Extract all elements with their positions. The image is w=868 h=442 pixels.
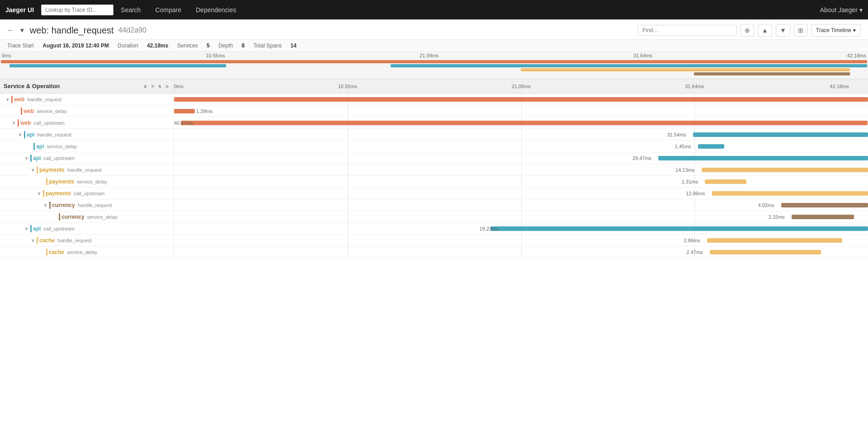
minimap-labels: 0ms 10.55ms 21.09ms 31.64ms 42.18ms <box>0 52 868 59</box>
span-bar <box>693 132 868 137</box>
timeline-divider <box>521 176 522 187</box>
nav-search[interactable]: Search <box>113 0 148 19</box>
tick-0ms: 0ms <box>174 84 184 89</box>
about-jaeger[interactable]: About Jaeger ▾ <box>820 6 863 14</box>
trace-start-label: Trace Start August 16, 2019 12:40 PM <box>7 42 110 49</box>
span-row[interactable]: currencyservice_delay2.15ms <box>0 211 868 223</box>
timeline-divider <box>521 188 522 199</box>
span-rows: ∨webhandle_requestwebservice_delay1.28ms… <box>0 94 868 258</box>
span-color-bar <box>43 190 44 197</box>
trace-meta: Trace Start August 16, 2019 12:40 PM Dur… <box>0 40 868 52</box>
span-row[interactable]: apiservice_delay1.45ms <box>0 141 868 152</box>
minimap-bar <box>659 68 850 71</box>
span-color-bar <box>46 178 47 185</box>
span-row[interactable]: paymentsservice_delay1.31ms <box>0 176 868 188</box>
duration-meta: Duration 42.18ms <box>118 42 170 49</box>
span-service-name: api <box>33 226 41 232</box>
span-duration-label: 2.15ms <box>769 214 785 220</box>
grid-button[interactable]: ⊞ <box>794 24 807 37</box>
collapse-all-button[interactable]: ∨ <box>142 82 149 90</box>
span-row[interactable]: ∨paymentscall_upstream12.06ms <box>0 188 868 199</box>
collapse-one-button[interactable]: ∧ <box>156 82 163 90</box>
find-input[interactable] <box>637 25 737 36</box>
minimap: 0ms 10.55ms 21.09ms 31.64ms 42.18ms <box>0 52 868 79</box>
span-label: cacheservice_delay <box>0 246 174 258</box>
span-toggle-button[interactable]: ∨ <box>30 167 35 172</box>
span-label: ∨webhandle_request <box>0 94 174 105</box>
span-row[interactable]: webservice_delay1.28ms <box>0 105 868 117</box>
span-timeline: 1.31ms <box>174 176 868 187</box>
nav-right: About Jaeger ▾ <box>820 6 863 14</box>
zoom-down-button[interactable]: ▼ <box>776 24 790 37</box>
span-duration-label: 12.06ms <box>686 191 705 196</box>
span-label: webservice_delay <box>0 105 174 117</box>
span-color-bar <box>37 237 38 244</box>
zoom-in-button[interactable]: ⊕ <box>741 24 754 37</box>
span-operation-name: call_upstream <box>43 155 74 161</box>
span-color-bar <box>11 96 13 103</box>
expand-all-button[interactable]: » <box>164 82 170 90</box>
span-row[interactable]: ∨apihandle_request31.54ms <box>0 129 868 141</box>
span-toggle-button[interactable]: ∨ <box>43 202 48 207</box>
expand-one-button[interactable]: > <box>150 82 156 90</box>
span-label: ∨apicall_upstream <box>0 152 174 164</box>
services-meta: Services 5 <box>177 42 211 49</box>
service-op-header: Service & Operation ∨ > ∧ » <box>0 79 174 93</box>
collapse-trace-button[interactable]: ▼ <box>19 27 25 34</box>
span-toggle-button[interactable]: ∨ <box>24 226 29 231</box>
span-operation-name: handle_request <box>27 97 61 102</box>
span-toggle-button[interactable]: ∨ <box>37 191 42 196</box>
zoom-up-button[interactable]: ▲ <box>758 24 772 37</box>
span-duration-label: 31.54ms <box>667 132 686 137</box>
span-service-name: payments <box>39 167 65 173</box>
span-label: apiservice_delay <box>0 141 174 152</box>
nav-dependencies[interactable]: Dependencies <box>189 0 244 19</box>
span-service-name: api <box>36 143 44 150</box>
span-operation-name: handle_request <box>78 202 112 208</box>
timeline-divider <box>521 235 522 246</box>
span-row[interactable]: ∨paymentshandle_request14.13ms <box>0 164 868 176</box>
span-label: ∨webcall_upstream <box>0 117 174 128</box>
span-toggle-button[interactable]: ∨ <box>11 120 16 125</box>
span-row[interactable]: ∨currencyhandle_request4.02ms <box>0 199 868 211</box>
span-bar <box>491 226 868 231</box>
span-row[interactable]: ∨cachehandle_request2.86ms <box>0 235 868 246</box>
span-toggle-button[interactable]: ∨ <box>24 155 29 160</box>
trace-id-input[interactable] <box>41 5 113 15</box>
span-timeline: 1.45ms <box>174 141 868 152</box>
span-bar <box>792 215 854 219</box>
span-row[interactable]: ∨apicall_upstream29.47ms <box>0 152 868 164</box>
span-label: ∨apicall_upstream <box>0 223 174 234</box>
span-row[interactable]: cacheservice_delay2.47ms <box>0 246 868 258</box>
span-row[interactable]: ∨webcall_upstream40.47ms <box>0 117 868 129</box>
span-bar <box>707 238 842 243</box>
span-duration-label: 14.13ms <box>675 167 694 173</box>
span-row[interactable]: ∨apicall_upstream19.23ms <box>0 223 868 235</box>
timeline-divider <box>694 105 695 117</box>
span-bar <box>698 144 724 149</box>
nav-compare[interactable]: Compare <box>148 0 189 19</box>
span-duration-label: 19.23ms <box>479 226 498 231</box>
timeline-divider <box>348 211 348 222</box>
span-timeline <box>174 94 868 105</box>
span-bar <box>174 109 195 113</box>
span-toggle-button[interactable]: ∨ <box>18 132 23 137</box>
back-button[interactable]: ← <box>7 26 14 34</box>
span-timeline: 2.15ms <box>174 211 868 222</box>
span-toggle-button[interactable]: ∨ <box>5 97 10 102</box>
span-service-name: web <box>14 96 24 103</box>
timeline-divider <box>348 141 348 152</box>
span-label: paymentsservice_delay <box>0 176 174 187</box>
span-color-bar <box>18 119 19 127</box>
span-color-bar <box>33 143 35 150</box>
span-service-name: web <box>20 120 31 126</box>
tick-1: 10.55ms <box>338 84 357 89</box>
span-label: ∨paymentscall_upstream <box>0 188 174 199</box>
span-row[interactable]: ∨webhandle_request <box>0 94 868 105</box>
trace-timeline-button[interactable]: Trace Timeline ▾ <box>811 24 861 37</box>
span-timeline: 31.54ms <box>174 129 868 140</box>
timeline-divider <box>348 223 348 234</box>
span-toggle-button[interactable]: ∨ <box>30 238 35 243</box>
span-operation-name: service_delay <box>87 214 118 220</box>
span-color-bar <box>37 166 38 174</box>
